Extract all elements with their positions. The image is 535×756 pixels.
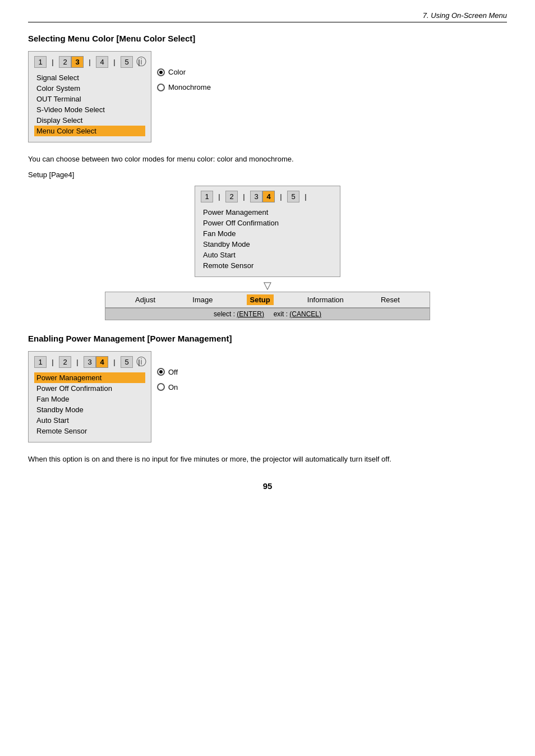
section1-title: Selecting Menu Color [Menu Color Select]: [28, 34, 507, 43]
section2-menu-area: ⓘ 1 | 2 | 3 4 | 5 | Power Management Pow…: [28, 351, 507, 442]
option-off-label: Off: [168, 368, 178, 376]
option-off[interactable]: Off: [157, 368, 178, 376]
nav-setup[interactable]: Setup: [247, 294, 274, 305]
nav-information[interactable]: Information: [304, 294, 347, 305]
tab-1[interactable]: 1: [34, 56, 47, 68]
setup-tab-sep3: |: [275, 192, 287, 201]
option-on[interactable]: On: [157, 383, 178, 391]
shortcut-exit: exit : (CANCEL): [274, 310, 321, 318]
menu-item-color-system[interactable]: Color System: [34, 83, 145, 94]
s2-tab-3[interactable]: 3: [84, 356, 96, 368]
setup-tab-sep2: |: [238, 192, 250, 201]
setup-tab-3[interactable]: 3: [250, 191, 262, 202]
s2-menu-standby-mode[interactable]: Standby Mode: [34, 404, 145, 415]
s2-menu-power-management[interactable]: Power Management: [34, 372, 145, 383]
bottom-nav-bar: Adjust Image Setup Information Reset: [105, 292, 430, 308]
menu-item-signal-select[interactable]: Signal Select: [34, 72, 145, 83]
section2: Enabling Power Management [Power Managem…: [28, 334, 507, 465]
tab-sep-1: |: [47, 58, 59, 66]
setup-tabs: 1 | 2 | 3 4 | 5 |: [201, 191, 334, 202]
setup-tab-1[interactable]: 1: [201, 191, 213, 202]
setup-menu-fan-mode[interactable]: Fan Mode: [201, 228, 334, 239]
s2-tab-2[interactable]: 2: [59, 356, 71, 368]
setup-tab-4-active[interactable]: 4: [262, 191, 275, 202]
setup-menu-power-off-confirmation[interactable]: Power Off Confirmation: [201, 218, 334, 228]
section1: Selecting Menu Color [Menu Color Select]…: [28, 34, 507, 165]
page-header: 7. Using On-Screen Menu: [28, 11, 507, 22]
tab-3-active[interactable]: 3: [71, 56, 84, 68]
menu-item-display-select[interactable]: Display Select: [34, 115, 145, 126]
nav-image[interactable]: Image: [189, 294, 216, 305]
radio-off[interactable]: [157, 368, 165, 376]
setup-tab-sep1: |: [213, 192, 225, 201]
setup-menu-dialog: 1 | 2 | 3 4 | 5 | Power Management Power…: [195, 186, 340, 277]
option-color[interactable]: Color: [157, 68, 211, 76]
setup-menu-auto-start[interactable]: Auto Start: [201, 250, 334, 260]
s2-tab-1[interactable]: 1: [34, 356, 47, 368]
setup-tab-5[interactable]: 5: [287, 191, 299, 202]
setup-tab-2[interactable]: 2: [225, 191, 238, 202]
option-monochrome[interactable]: Monochrome: [157, 83, 211, 91]
section1-description: You can choose between two color modes f…: [28, 154, 507, 165]
chapter-title: 7. Using On-Screen Menu: [423, 11, 507, 20]
s2-menu-power-off-confirmation[interactable]: Power Off Confirmation: [34, 383, 145, 394]
section1-menu-area: ⓘ 1 | 2 3 | 4 | 5 | Signal Select Color …: [28, 51, 507, 142]
section2-tabs: 1 | 2 | 3 4 | 5 |: [34, 356, 145, 368]
setup-tab-sep4: |: [299, 192, 312, 201]
option-on-label: On: [168, 383, 178, 391]
tab-sep-2: |: [84, 58, 96, 66]
tab-5[interactable]: 5: [121, 56, 133, 68]
help-icon-2: ⓘ: [136, 355, 146, 368]
shortcut-controls: select : (ENTER) exit : (CANCEL): [105, 308, 430, 320]
setup-menu-remote-sensor[interactable]: Remote Sensor: [201, 260, 334, 271]
s2-tab-4-active[interactable]: 4: [96, 356, 108, 368]
section2-title: Enabling Power Management [Power Managem…: [28, 334, 507, 343]
setup-menu-standby-mode[interactable]: Standby Mode: [201, 239, 334, 250]
s2-tab-sep2: |: [71, 358, 84, 366]
section1-options: Color Monochrome: [157, 68, 211, 91]
radio-on[interactable]: [157, 383, 165, 391]
section2-menu-dialog: ⓘ 1 | 2 | 3 4 | 5 | Power Management Pow…: [28, 351, 151, 442]
tab-4[interactable]: 4: [96, 56, 108, 68]
nav-reset[interactable]: Reset: [377, 294, 403, 305]
s2-menu-auto-start[interactable]: Auto Start: [34, 415, 145, 426]
setup-label: Setup [Page4]: [28, 170, 507, 179]
tab-sep-3: |: [108, 58, 121, 66]
down-arrow-icon: ▽: [264, 279, 271, 292]
option-color-label: Color: [168, 68, 186, 76]
radio-monochrome[interactable]: [157, 84, 165, 91]
setup-menu-power-management[interactable]: Power Management: [201, 207, 334, 218]
menu-item-out-terminal[interactable]: OUT Terminal: [34, 94, 145, 104]
menu-item-menu-color-select[interactable]: Menu Color Select: [34, 126, 145, 136]
s2-tab-sep3: |: [108, 358, 121, 366]
menu-item-svideo-mode[interactable]: S-Video Mode Select: [34, 104, 145, 115]
radio-color[interactable]: [157, 68, 165, 76]
page-number: 95: [28, 481, 507, 491]
section2-options: Off On: [157, 368, 178, 391]
section1-menu-dialog: ⓘ 1 | 2 3 | 4 | 5 | Signal Select Color …: [28, 51, 151, 142]
option-monochrome-label: Monochrome: [168, 83, 211, 91]
s2-tab-5[interactable]: 5: [121, 356, 133, 368]
s2-menu-remote-sensor[interactable]: Remote Sensor: [34, 426, 145, 436]
section2-description: When this option is on and there is no i…: [28, 454, 507, 465]
s2-tab-sep1: |: [47, 358, 59, 366]
s2-menu-fan-mode[interactable]: Fan Mode: [34, 394, 145, 404]
nav-adjust[interactable]: Adjust: [132, 294, 159, 305]
help-icon: ⓘ: [136, 55, 146, 68]
setup-full-wrapper: 1 | 2 | 3 4 | 5 | Power Management Power…: [105, 186, 430, 320]
section1-tabs: 1 | 2 3 | 4 | 5 |: [34, 56, 145, 68]
tab-2[interactable]: 2: [59, 56, 71, 68]
shortcut-select: select : (ENTER): [214, 310, 264, 318]
setup-dialog-section: 1 | 2 | 3 4 | 5 | Power Management Power…: [28, 186, 507, 320]
